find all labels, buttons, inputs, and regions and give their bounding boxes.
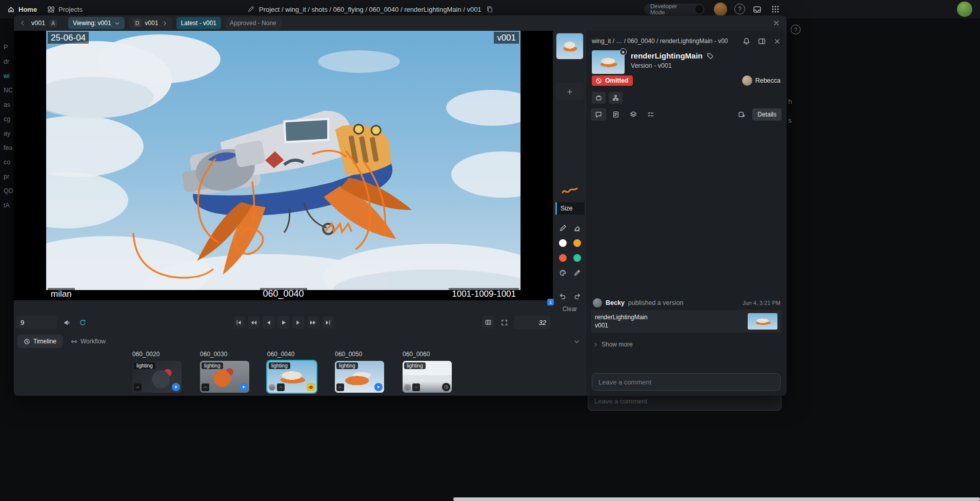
shot-card-060-0040[interactable]: 060_0040 lighting: [267, 351, 316, 393]
back-chevron-icon[interactable]: [18, 18, 27, 28]
note-edit-icon[interactable]: [734, 108, 749, 121]
published-item-thumbnail[interactable]: [748, 313, 777, 330]
breadcrumb: Project / wing_it / shots / 060_flying /…: [259, 6, 482, 13]
tab-comments-icon[interactable]: [591, 108, 606, 121]
background-help-button[interactable]: ?: [791, 25, 801, 34]
step-back-button[interactable]: [263, 316, 275, 329]
step-forward-button[interactable]: [292, 316, 305, 329]
edit-pencil-icon[interactable]: [247, 6, 254, 13]
media-viewport[interactable]: 25-06-04 v001 milan 060_0040 1001-1009-1…: [14, 31, 553, 300]
brush-size-control[interactable]: Size: [555, 202, 584, 215]
speaker-icon[interactable]: [61, 316, 73, 329]
bell-icon[interactable]: [742, 36, 751, 46]
compare-version-selector[interactable]: D v001: [129, 17, 172, 29]
shot-thumbnail[interactable]: lighting: [132, 361, 182, 393]
background-comment-box[interactable]: Leave a comment: [588, 393, 782, 411]
sidebar-item[interactable]: fea: [4, 141, 13, 155]
approved-version-button[interactable]: Approved - None: [225, 17, 281, 29]
pencil-tool-icon[interactable]: [559, 224, 567, 232]
palette-icon[interactable]: [559, 269, 567, 277]
account-avatar[interactable]: [957, 2, 972, 17]
currently-viewing-eye-icon[interactable]: [307, 383, 315, 391]
chevron-up-icon[interactable]: [336, 383, 344, 391]
tab-workflow[interactable]: Workflow: [65, 335, 112, 348]
play-button[interactable]: [277, 316, 290, 329]
shot-thumbnail[interactable]: lighting: [200, 361, 249, 393]
shot-thumbnail[interactable]: lighting: [403, 361, 452, 393]
add-version-button[interactable]: [556, 83, 584, 101]
viewing-version-dropdown[interactable]: Viewing: v001: [68, 17, 125, 29]
task-box-icon[interactable]: [592, 92, 606, 104]
assignee[interactable]: Rebecca: [742, 75, 781, 86]
sidebar-item[interactable]: dr: [4, 54, 13, 69]
color-swatch-white[interactable]: [559, 239, 567, 247]
status-avatar: [404, 384, 411, 391]
published-version-card[interactable]: renderLightingMain v001: [591, 310, 782, 333]
version-strip-thumbnail[interactable]: [556, 33, 584, 60]
sidebar-item[interactable]: tA: [4, 198, 13, 213]
open-in-panel-icon[interactable]: [757, 36, 766, 46]
shot-thumbnail-selected[interactable]: lighting: [267, 361, 316, 393]
color-swatch-green[interactable]: [573, 254, 581, 262]
play-version-button[interactable]: [172, 383, 180, 391]
sidebar-item[interactable]: NC: [4, 83, 13, 98]
eraser-tool-icon[interactable]: [573, 224, 581, 232]
help-button[interactable]: ?: [734, 4, 745, 14]
sidebar-item[interactable]: QD: [4, 184, 13, 198]
chevron-down-icon[interactable]: [412, 383, 420, 391]
eyedropper-icon[interactable]: [573, 269, 581, 277]
tab-checklist-icon[interactable]: [643, 108, 658, 121]
shot-thumbnail[interactable]: lighting: [335, 361, 384, 393]
current-frame-input[interactable]: [16, 316, 57, 329]
sidebar-item[interactable]: ay: [4, 126, 13, 141]
developer-mode-toggle[interactable]: Developer Mode: [644, 4, 705, 15]
sidebar-item[interactable]: cg: [4, 112, 13, 126]
close-panel-icon[interactable]: [772, 36, 782, 46]
play-badge-icon[interactable]: [619, 48, 627, 55]
copy-icon[interactable]: [486, 6, 493, 13]
color-swatch-orange[interactable]: [573, 239, 581, 247]
shot-card-060-0050[interactable]: 060_0050 lighting: [335, 351, 384, 393]
status-badge-omitted[interactable]: Omitted: [592, 75, 633, 86]
chevron-up-icon[interactable]: [134, 383, 142, 391]
play-version-button[interactable]: [374, 383, 383, 391]
shot-card-060-0020[interactable]: 060_0020 lighting: [132, 351, 182, 393]
user-avatar[interactable]: [714, 3, 727, 16]
sidebar-item[interactable]: co: [4, 155, 13, 169]
redo-icon[interactable]: [574, 292, 582, 300]
loop-icon[interactable]: [76, 316, 89, 329]
sidebar-item-wing-it[interactable]: wi: [4, 69, 13, 83]
rewind-button[interactable]: [248, 316, 260, 329]
panel-breadcrumb[interactable]: wing_it / … / 060_0040 / renderLightingM…: [592, 37, 735, 45]
fullscreen-icon[interactable]: [498, 316, 510, 329]
clear-annotations-button[interactable]: Clear: [563, 305, 577, 313]
play-version-button[interactable]: [239, 383, 248, 391]
shot-card-060-0030[interactable]: 060_0030 lighting: [200, 351, 249, 393]
undo-icon[interactable]: [558, 292, 566, 300]
horizontal-scrollbar[interactable]: [453, 497, 980, 501]
sidebar-item[interactable]: P: [4, 40, 13, 54]
tab-timeline[interactable]: Timeline: [17, 335, 63, 348]
comment-input[interactable]: [592, 373, 781, 391]
shot-card-060-0060[interactable]: 060_0060 lighting: [403, 351, 452, 393]
tag-icon[interactable]: [707, 52, 714, 60]
show-more-button[interactable]: Show more: [593, 341, 633, 348]
brush-stroke-icon[interactable]: [561, 187, 578, 195]
tab-notes-icon[interactable]: [608, 108, 624, 121]
chevron-up-icon[interactable]: [202, 383, 209, 391]
details-button[interactable]: Details: [752, 108, 782, 121]
sidebar-item[interactable]: as: [4, 98, 13, 112]
end-frame-input[interactable]: [514, 316, 551, 329]
fast-forward-button[interactable]: [307, 316, 319, 329]
skip-start-button[interactable]: [233, 316, 245, 329]
latest-version-button[interactable]: Latest - v001: [176, 17, 221, 29]
chevron-up-icon[interactable]: [277, 383, 285, 391]
filmstrip-icon[interactable]: [482, 316, 494, 329]
sidebar-item[interactable]: pr: [4, 169, 13, 184]
task-chip: lighting: [269, 362, 290, 369]
close-icon[interactable]: [771, 18, 782, 28]
skip-end-button[interactable]: [322, 316, 334, 329]
tab-layers-icon[interactable]: [626, 108, 641, 121]
hierarchy-icon[interactable]: [609, 92, 623, 104]
color-swatch-red[interactable]: [559, 254, 567, 262]
